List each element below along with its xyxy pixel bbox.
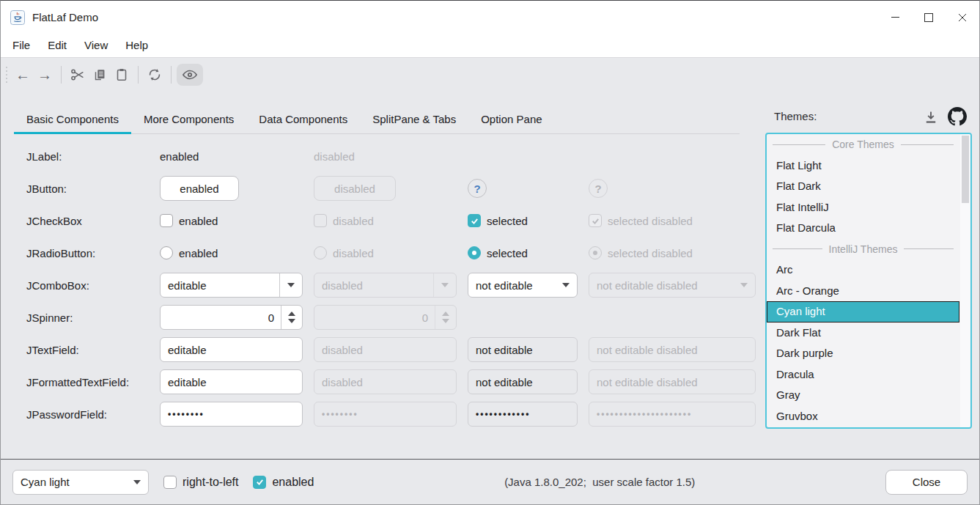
chevron-down-icon (441, 283, 449, 287)
github-button[interactable] (947, 106, 968, 127)
theme-item-cyan-light[interactable]: Cyan light (767, 301, 959, 322)
theme-item-flat-intellij[interactable]: Flat IntelliJ (767, 197, 959, 218)
copy-icon (92, 67, 108, 83)
textfield-not-editable[interactable]: not editable (468, 337, 578, 362)
jlabel-row-label: JLabel: (26, 150, 149, 163)
theme-separator-core: Core Themes (767, 134, 959, 155)
copy-button[interactable] (89, 64, 111, 86)
close-icon (958, 13, 967, 22)
check-icon (255, 477, 265, 487)
enabled-checkbox[interactable] (253, 476, 266, 489)
tab-basic-components[interactable]: Basic Components (14, 104, 131, 133)
theme-item-arc-orange[interactable]: Arc - Orange (767, 281, 959, 302)
radio-enabled-label: enabled (179, 247, 218, 259)
radio-selected[interactable] (468, 246, 481, 259)
right-to-left-checkbox[interactable] (163, 476, 177, 489)
tab-option-pane[interactable]: Option Pane (468, 104, 554, 133)
checkbox-enabled[interactable] (160, 214, 173, 227)
checkbox-enabled-label: enabled (179, 215, 218, 227)
theme-item-flat-light[interactable]: Flat Light (767, 155, 959, 177)
formatted-textfield-editable[interactable]: editable (160, 369, 303, 394)
checkbox-selected[interactable] (468, 214, 481, 227)
forward-arrow-icon: → (37, 67, 52, 82)
textfield-editable[interactable]: editable (160, 337, 303, 362)
spinner-buttons[interactable] (281, 306, 302, 329)
jformattedtextfield-row-label: JFormattedTextField: (26, 376, 149, 388)
maximize-button[interactable] (912, 1, 946, 34)
jlabel-disabled: disabled (314, 150, 457, 163)
menu-edit[interactable]: Edit (39, 36, 75, 55)
spinner-enabled[interactable]: 0 (160, 305, 303, 330)
formatted-textfield-disabled: disabled (314, 369, 457, 394)
help-button[interactable]: ? (468, 179, 487, 198)
chevron-down-icon (740, 283, 748, 287)
checkbox-selected-disabled (589, 214, 602, 227)
maximize-icon (924, 13, 933, 22)
combobox-editable[interactable]: editable (160, 273, 303, 298)
theme-item-gruvbox[interactable]: Gruvbox (767, 406, 959, 427)
theme-item-dark-flat[interactable]: Dark Flat (767, 322, 959, 344)
spinner-down-icon (288, 319, 295, 323)
toolbar-separator (171, 66, 172, 84)
back-button[interactable]: ← (12, 64, 34, 86)
right-to-left-label: right-to-left (183, 476, 238, 489)
combobox-arrow-button[interactable] (279, 273, 302, 297)
help-button-disabled: ? (589, 179, 608, 198)
toolbar-grip[interactable] (6, 67, 7, 83)
menu-file[interactable]: File (4, 36, 39, 55)
close-button[interactable]: Close (885, 470, 968, 495)
jradiobutton-row-label: JRadioButton: (26, 247, 149, 259)
tab-splitpane-tabs[interactable]: SplitPane & Tabs (360, 104, 468, 133)
themes-label: Themes: (774, 110, 817, 122)
radio-enabled[interactable] (160, 246, 173, 259)
scissors-icon (70, 67, 86, 83)
chevron-down-icon (562, 283, 570, 287)
passwordfield-not-editable[interactable]: •••••••••••• (468, 402, 578, 427)
chevron-down-icon (287, 283, 295, 287)
tab-more-components[interactable]: More Components (131, 104, 246, 133)
combobox-not-editable[interactable]: not editable (468, 273, 578, 298)
minimize-button[interactable] (878, 1, 912, 34)
forward-button[interactable]: → (34, 64, 56, 86)
minimize-icon (891, 17, 899, 18)
chevron-down-icon (133, 480, 141, 484)
checkbox-selected-label: selected (487, 215, 528, 227)
java-version-status: (Java 1.8.0_202; user scale factor 1.5) (328, 476, 871, 488)
spinner-up-icon (288, 312, 295, 316)
theme-item-arc[interactable]: Arc (767, 259, 959, 281)
formatted-textfield-not-editable[interactable]: not editable (468, 369, 578, 394)
combobox-not-editable-disabled: not editable disabled (589, 273, 756, 298)
tab-data-components[interactable]: Data Components (246, 104, 360, 133)
enabled-checkbox-label: enabled (272, 476, 314, 489)
enabled-button[interactable]: enabled (160, 176, 239, 201)
refresh-icon (147, 67, 163, 83)
theme-item-flat-darcula[interactable]: Flat Darcula (767, 218, 959, 239)
paste-button[interactable] (111, 64, 133, 86)
menubar: File Edit View Help (1, 34, 979, 58)
spinner-up-icon (442, 312, 449, 316)
cut-button[interactable] (67, 64, 89, 86)
theme-item-gray[interactable]: Gray (767, 385, 959, 406)
eye-icon (182, 67, 198, 83)
theme-item-dark-purple[interactable]: Dark purple (767, 343, 959, 364)
show-toggle-button[interactable] (177, 64, 203, 86)
tabbed-pane: Basic Components More Components Data Co… (14, 104, 740, 134)
theme-item-flat-dark[interactable]: Flat Dark (767, 176, 959, 197)
spinner-disabled: 0 (314, 305, 457, 330)
download-themes-button[interactable] (921, 108, 940, 127)
window-controls (878, 1, 979, 34)
themes-scrollbar[interactable] (960, 134, 970, 427)
formatted-textfield-not-editable-disabled: not editable disabled (589, 369, 756, 394)
back-arrow-icon: ← (15, 67, 30, 82)
menu-help[interactable]: Help (117, 36, 157, 55)
menu-view[interactable]: View (75, 36, 117, 55)
theme-item-dracula[interactable]: Dracula (767, 364, 959, 386)
download-icon (922, 108, 940, 126)
theme-combobox[interactable]: Cyan light (12, 470, 149, 495)
textfield-not-editable-disabled: not editable disabled (589, 337, 756, 362)
close-window-button[interactable] (946, 1, 979, 34)
refresh-button[interactable] (144, 64, 166, 86)
scrollbar-thumb[interactable] (962, 136, 969, 203)
passwordfield-enabled[interactable]: •••••••• (160, 402, 303, 427)
toolbar: ← → (1, 59, 979, 90)
